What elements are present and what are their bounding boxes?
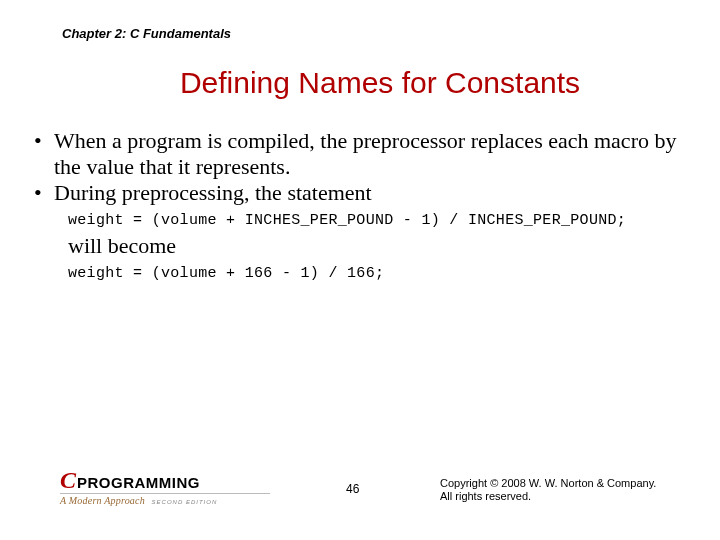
slide-title: Defining Names for Constants [0, 66, 720, 100]
code-line: weight = (volume + INCHES_PER_POUND - 1)… [68, 212, 692, 229]
body-text: will become [68, 233, 692, 259]
book-logo: C PROGRAMMING A Modern Approach SECOND E… [60, 467, 270, 506]
copyright-line: Copyright © 2008 W. W. Norton & Company. [440, 477, 656, 491]
logo-top-row: C PROGRAMMING [60, 467, 270, 494]
copyright-line: All rights reserved. [440, 490, 656, 504]
copyright: Copyright © 2008 W. W. Norton & Company.… [440, 477, 656, 505]
logo-edition: SECOND EDITION [152, 499, 218, 505]
bullet-item: When a program is compiled, the preproce… [42, 128, 692, 180]
logo-programming: PROGRAMMING [77, 474, 200, 491]
content-area: When a program is compiled, the preproce… [28, 128, 692, 286]
chapter-heading: Chapter 2: C Fundamentals [62, 26, 231, 41]
bullet-item: During preprocessing, the statement [42, 180, 692, 206]
code-line: weight = (volume + 166 - 1) / 166; [68, 265, 692, 282]
footer: C PROGRAMMING A Modern Approach SECOND E… [60, 474, 690, 514]
page-number: 46 [346, 482, 359, 496]
logo-c-letter: C [60, 467, 76, 494]
bullet-list: When a program is compiled, the preproce… [28, 128, 692, 206]
logo-subtitle: A Modern Approach SECOND EDITION [60, 493, 270, 506]
logo-approach: A Modern Approach [60, 495, 145, 506]
